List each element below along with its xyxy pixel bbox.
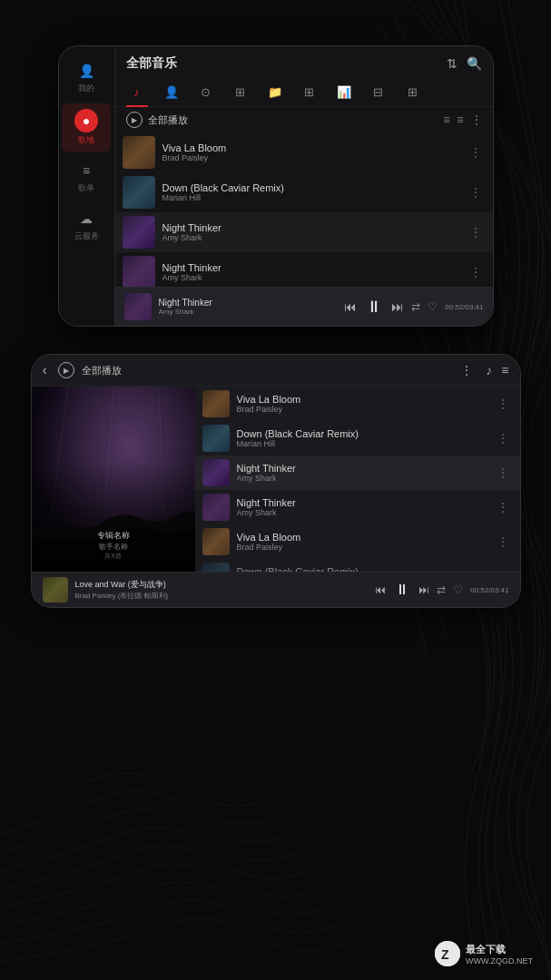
- sidebar-item-local[interactable]: ● 歌地: [62, 103, 111, 152]
- landscape-song-item-2[interactable]: Down (Black Caviar Remix) Marian Hill ⋮: [195, 421, 520, 456]
- landscape-thumb-4: [202, 494, 230, 521]
- tab-chart[interactable]: 📊: [333, 81, 355, 103]
- landscape-header-right: ♪ ≡: [486, 363, 508, 377]
- landscape-song-more-1[interactable]: ⋮: [497, 397, 509, 411]
- tab-artist[interactable]: 👤: [161, 81, 182, 103]
- now-playing-info-top: Night Thinker Amy Shark: [159, 298, 338, 316]
- landscape-prev-button[interactable]: ⏮: [375, 583, 386, 596]
- list-view-icon[interactable]: ≡: [443, 113, 449, 126]
- watermark-text: 最全下载 WWW.ZQGD.NET: [466, 943, 533, 965]
- sort-icon[interactable]: ⇅: [447, 56, 458, 71]
- landscape-song-item-4[interactable]: Night Thinker Amy Shark ⋮: [195, 490, 520, 524]
- header-icons: ⇅ 🔍: [447, 56, 482, 71]
- landscape-thumb-1: [202, 390, 230, 417]
- next-button-top[interactable]: ⏭: [391, 299, 404, 314]
- landscape-player-right: ⇄ ♡ 00:52/03:41: [437, 583, 508, 596]
- landscape-thumb-3: [202, 459, 230, 486]
- sidebar-item-playlist[interactable]: ≡ 歌单: [62, 155, 111, 200]
- song-more-4[interactable]: ⋮: [469, 265, 482, 279]
- song-item-3[interactable]: Night Thinker Amy Shark ⋮: [115, 212, 493, 252]
- watermark: Z 最全下载 WWW.ZQGD.NET: [435, 941, 533, 966]
- landscape-song-more-2[interactable]: ⋮: [497, 431, 509, 446]
- landscape-song-info-3: Night Thinker Amy Shark: [237, 463, 489, 483]
- landscape-song-title-2: Down (Black Caviar Remix): [237, 428, 489, 439]
- landscape-song-item-5[interactable]: Viva La Bloom Brad Paisley ⋮: [195, 524, 520, 559]
- sidebar-label-profile: 我的: [78, 83, 94, 94]
- landscape-song-more-5[interactable]: ⋮: [497, 534, 509, 549]
- tab-files[interactable]: 📁: [264, 81, 286, 103]
- now-playing-thumb-top: [124, 293, 152, 320]
- landscape-next-button[interactable]: ⏭: [418, 583, 429, 596]
- sidebar-item-profile[interactable]: 👤 我的: [62, 55, 111, 100]
- landscape-song-artist-1: Brad Paisley: [237, 405, 489, 414]
- landscape-now-playing-thumb: [43, 577, 68, 603]
- more-options-icon[interactable]: ⋮: [471, 113, 482, 126]
- tab-download[interactable]: ⊟: [368, 81, 389, 103]
- tab-grid[interactable]: ⊞: [402, 81, 424, 103]
- tab-album[interactable]: ⊙: [195, 81, 217, 103]
- love-button-top[interactable]: ♡: [428, 300, 438, 313]
- landscape-song-info-1: Viva La Bloom Brad Paisley: [237, 394, 489, 414]
- landscape-time-display: 00:52/03:41: [470, 586, 508, 594]
- prev-button-top[interactable]: ⏮: [344, 299, 357, 314]
- back-button[interactable]: ‹: [43, 362, 47, 378]
- landscape-play-all-button[interactable]: ▶: [58, 362, 74, 378]
- sidebar-label-playlist: 歌单: [78, 182, 94, 194]
- top-header: 全部音乐 ⇅ 🔍: [115, 46, 493, 77]
- landscape-now-playing-artist: Brad Paisley (布拉德·帕斯利): [75, 591, 369, 601]
- song-title-3: Night Thinker: [162, 222, 462, 233]
- playlist-view-icon[interactable]: ≡: [501, 363, 508, 377]
- landscape-more-icon[interactable]: ⋮: [460, 363, 473, 377]
- landscape-play-pause-button[interactable]: ⏸: [395, 582, 409, 598]
- landscape-song-item-6[interactable]: Down (Black Caviar Remix) Marian Hill ⋮: [195, 559, 520, 572]
- landscape-song-title-6: Down (Black Caviar Remix): [237, 566, 489, 572]
- svg-text:Z: Z: [441, 947, 449, 962]
- landscape-header-center: ▶ 全部播放: [58, 362, 454, 378]
- song-info-3: Night Thinker Amy Shark: [162, 222, 462, 242]
- play-all-bar: ▶ 全部播放 ≡ ≡ ⋮: [115, 107, 493, 132]
- detail-view-icon[interactable]: ≡: [457, 113, 463, 126]
- music-note-icon[interactable]: ♪: [486, 363, 492, 377]
- song-item-2[interactable]: Down (Black Caviar Remix) Marian Hill ⋮: [115, 172, 493, 212]
- shuffle-button-top[interactable]: ⇄: [411, 300, 420, 313]
- tab-music[interactable]: ♪: [126, 81, 148, 103]
- landscape-love-button[interactable]: ♡: [453, 583, 463, 596]
- time-display-top: 00:52/03:41: [445, 303, 483, 311]
- search-icon[interactable]: 🔍: [467, 56, 482, 71]
- tab-recent[interactable]: ⊞: [299, 81, 320, 103]
- play-pause-button-top[interactable]: ⏸: [366, 298, 382, 317]
- song-info-4: Night Thinker Amy Shark: [162, 262, 462, 282]
- landscape-song-info-6: Down (Black Caviar Remix) Marian Hill: [237, 566, 489, 572]
- landscape-song-title-3: Night Thinker: [237, 463, 489, 474]
- song-title-1: Viva La Bloom: [162, 142, 462, 153]
- bottom-phone-mockup: ‹ ▶ 全部播放 ⋮ ♪ ≡: [31, 354, 521, 608]
- landscape-thumb-2: [202, 425, 230, 452]
- top-phone-mockup: 👤 我的 ● 歌地 ≡ 歌单 ☁ 云服务 全部音乐 ⇅: [58, 45, 494, 327]
- tab-icons-row: ♪ 👤 ⊙ ⊞ 📁 ⊞ 📊 ⊟ ⊞: [115, 77, 493, 107]
- landscape-song-more-3[interactable]: ⋮: [497, 466, 509, 480]
- song-item-4[interactable]: Night Thinker Amy Shark ⋮: [115, 252, 493, 287]
- song-more-3[interactable]: ⋮: [469, 225, 482, 240]
- album-panel: 专辑名称 歌手名称 共X首: [32, 387, 195, 572]
- list-view-icons: ≡ ≡ ⋮: [443, 113, 481, 126]
- song-item-1[interactable]: Viva La Bloom Brad Paisley ⋮: [115, 132, 493, 172]
- tab-folder[interactable]: ⊞: [230, 81, 251, 103]
- landscape-player-controls: ⏮ ⏸ ⏭: [375, 582, 429, 598]
- song-more-1[interactable]: ⋮: [469, 145, 482, 160]
- landscape-song-title-4: Night Thinker: [237, 497, 489, 508]
- landscape-song-item-1[interactable]: Viva La Bloom Brad Paisley ⋮: [195, 387, 520, 421]
- song-more-2[interactable]: ⋮: [469, 185, 482, 200]
- watermark-logo: Z: [435, 941, 460, 966]
- sidebar-item-cloud[interactable]: ☁ 云服务: [62, 203, 111, 248]
- song-info-1: Viva La Bloom Brad Paisley: [162, 142, 462, 162]
- main-content-top: 全部音乐 ⇅ 🔍 ♪ 👤 ⊙ ⊞ 📁 ⊞ 📊 ⊟ ⊞: [115, 46, 493, 326]
- page-title: 全部音乐: [126, 55, 177, 72]
- song-thumb-3: [123, 216, 155, 249]
- landscape-shuffle-button[interactable]: ⇄: [437, 583, 446, 596]
- landscape-song-more-6[interactable]: ⋮: [497, 569, 509, 572]
- play-all-button[interactable]: ▶: [126, 112, 143, 128]
- landscape-song-more-4[interactable]: ⋮: [497, 500, 509, 514]
- landscape-song-title-1: Viva La Bloom: [237, 394, 489, 405]
- song-info-2: Down (Black Caviar Remix) Marian Hill: [162, 182, 462, 202]
- landscape-song-item-3[interactable]: Night Thinker Amy Shark ⋮: [195, 456, 520, 490]
